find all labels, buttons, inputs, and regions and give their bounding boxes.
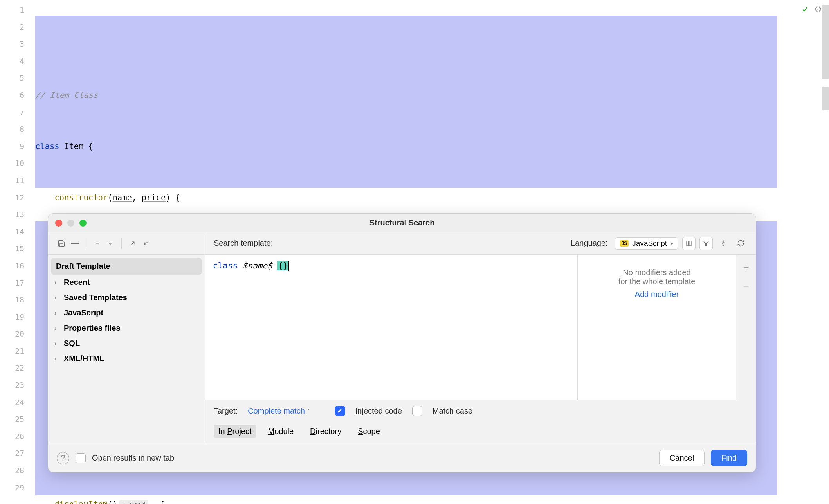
line-number: 9 bbox=[0, 138, 24, 155]
sidebar-item-sql[interactable]: ›SQL bbox=[48, 336, 205, 351]
up-icon[interactable] bbox=[92, 238, 103, 249]
help-icon[interactable]: ? bbox=[57, 452, 69, 464]
structural-search-dialog: Structural Search — Search template: Lan… bbox=[48, 213, 756, 472]
line-number: 13 bbox=[0, 206, 24, 223]
remove-icon[interactable]: — bbox=[69, 238, 80, 249]
chevron-right-icon: › bbox=[54, 340, 60, 347]
scrollbar-thumb[interactable] bbox=[822, 5, 829, 79]
tab-directory[interactable]: Directory bbox=[305, 425, 346, 438]
minimize-window-icon bbox=[67, 220, 74, 227]
language-value: JavaScript bbox=[632, 239, 667, 248]
code-token: constructor bbox=[54, 193, 108, 202]
line-number: 6 bbox=[0, 87, 24, 104]
add-modifier-link[interactable]: Add modifier bbox=[635, 290, 679, 299]
remove-icon[interactable]: − bbox=[743, 281, 749, 293]
sidebar-item-saved-templates[interactable]: ›Saved Templates bbox=[48, 290, 205, 305]
sidebar-item-draft-template[interactable]: Draft Template bbox=[51, 258, 202, 275]
match-case-label: Match case bbox=[433, 407, 472, 416]
modifiers-text: for the whole template bbox=[618, 277, 696, 286]
line-number: 11 bbox=[0, 172, 24, 189]
dialog-titlebar[interactable]: Structural Search bbox=[48, 214, 756, 232]
line-number: 15 bbox=[0, 240, 24, 257]
language-picker[interactable]: JS JavaScript ▾ bbox=[615, 237, 678, 250]
sidebar-item-label: Properties files bbox=[64, 324, 121, 333]
modifiers-text: No modifiers added bbox=[623, 268, 690, 277]
code-token: Item { bbox=[59, 142, 93, 151]
sidebar-item-label: XML/HTML bbox=[64, 354, 104, 363]
zoom-window-icon[interactable] bbox=[79, 220, 87, 227]
line-number: 27 bbox=[0, 445, 24, 462]
injected-code-checkbox[interactable] bbox=[335, 406, 345, 416]
add-icon[interactable]: + bbox=[743, 261, 749, 273]
template-editor[interactable]: class $name$ {} bbox=[205, 255, 578, 400]
chevron-right-icon: › bbox=[54, 355, 60, 362]
scope-tabs: In Project Module Directory Scope bbox=[205, 421, 756, 444]
sidebar-item-properties-files[interactable]: ›Properties files bbox=[48, 320, 205, 336]
sidebar-item-javascript[interactable]: ›JavaScript bbox=[48, 305, 205, 320]
history-icon[interactable] bbox=[682, 237, 696, 250]
sidebar-item-label: Recent bbox=[64, 278, 90, 287]
code-comment: // Item Class bbox=[35, 90, 98, 100]
chevron-down-icon: ▾ bbox=[670, 240, 673, 247]
modifiers-panel: No modifiers added for the whole templat… bbox=[578, 255, 736, 400]
cancel-button[interactable]: Cancel bbox=[659, 450, 705, 466]
dialog-footer: ? Open results in new tab Cancel Find bbox=[48, 444, 756, 472]
code-token: price bbox=[142, 193, 166, 202]
open-results-new-tab-label: Open results in new tab bbox=[92, 454, 174, 463]
target-dropdown[interactable]: Complete match˅ bbox=[248, 407, 310, 416]
chevron-down-icon: ˅ bbox=[307, 408, 310, 414]
line-number: 29 bbox=[0, 479, 24, 497]
filter-icon[interactable] bbox=[699, 237, 713, 250]
svg-rect-0 bbox=[687, 241, 688, 246]
line-number: 24 bbox=[0, 394, 24, 411]
template-token: $name$ bbox=[238, 261, 277, 270]
down-icon[interactable] bbox=[105, 238, 116, 249]
dialog-title: Structural Search bbox=[369, 218, 435, 227]
target-label: Target: bbox=[214, 407, 238, 416]
svg-marker-2 bbox=[703, 241, 709, 246]
editor-status-icons: ✓ ⚙ bbox=[802, 4, 822, 15]
pin-icon[interactable] bbox=[717, 237, 730, 250]
line-number: 4 bbox=[0, 53, 24, 70]
line-number: 19 bbox=[0, 309, 24, 326]
match-case-checkbox[interactable] bbox=[412, 406, 422, 416]
target-value: Complete match bbox=[248, 407, 305, 416]
open-results-new-tab-checkbox[interactable] bbox=[76, 453, 86, 463]
sidebar-item-label: Draft Template bbox=[56, 262, 110, 271]
dialog-toolbar: — Search template: Language: JS JavaScri… bbox=[48, 232, 756, 255]
gear-icon[interactable]: ⚙ bbox=[814, 4, 822, 14]
save-template-icon[interactable] bbox=[56, 238, 67, 249]
line-number: 22 bbox=[0, 360, 24, 377]
sidebar-item-label: Saved Templates bbox=[64, 293, 127, 302]
search-template-label: Search template: bbox=[214, 239, 273, 248]
sidebar-item-xml-html[interactable]: ›XML/HTML bbox=[48, 351, 205, 366]
template-token: class bbox=[213, 261, 238, 270]
inlay-hint: : void bbox=[119, 500, 148, 504]
injected-code-label: Injected code bbox=[355, 407, 402, 416]
line-number: 12 bbox=[0, 189, 24, 207]
language-label: Language: bbox=[571, 239, 608, 248]
templates-sidebar: Draft Template ›Recent ›Saved Templates … bbox=[48, 255, 205, 444]
line-number: 17 bbox=[0, 275, 24, 292]
tab-module[interactable]: Module bbox=[263, 425, 299, 438]
import-icon[interactable] bbox=[141, 238, 151, 249]
find-button[interactable]: Find bbox=[711, 450, 747, 466]
line-number: 10 bbox=[0, 155, 24, 172]
gutter: 1 2 3 4 5 6 7 8 9 10 11 12 13 14 15 16 1… bbox=[0, 0, 35, 504]
export-icon[interactable] bbox=[127, 238, 138, 249]
sidebar-item-label: JavaScript bbox=[64, 308, 103, 317]
inspection-ok-icon[interactable]: ✓ bbox=[802, 4, 809, 15]
refresh-icon[interactable] bbox=[734, 237, 747, 250]
sidebar-item-label: SQL bbox=[64, 339, 80, 348]
svg-rect-1 bbox=[689, 241, 691, 246]
code-token: name bbox=[112, 193, 132, 202]
line-number: 18 bbox=[0, 292, 24, 309]
sidebar-item-recent[interactable]: ›Recent bbox=[48, 275, 205, 290]
close-window-icon[interactable] bbox=[55, 220, 62, 227]
tab-in-project[interactable]: In Project bbox=[214, 425, 256, 438]
tab-scope[interactable]: Scope bbox=[353, 425, 385, 438]
traffic-lights bbox=[55, 220, 87, 227]
code-token: displayItem bbox=[54, 500, 108, 504]
line-number: 8 bbox=[0, 121, 24, 138]
js-badge-icon: JS bbox=[620, 240, 629, 247]
